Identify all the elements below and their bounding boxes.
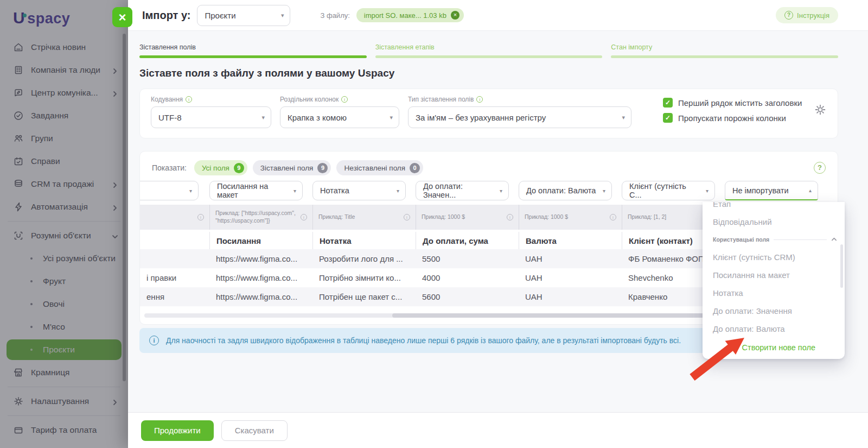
close-button[interactable]: × — [112, 7, 132, 27]
import-target-select[interactable]: Проєкти ▾ — [197, 5, 290, 26]
field-select-col6-open[interactable]: Не імпортувати▴ — [725, 181, 818, 200]
field-select-col4[interactable]: До оплати: Валюта▾ — [519, 181, 612, 200]
step-progress-bar — [611, 55, 838, 58]
info-icon: i — [186, 96, 192, 103]
step-progress-bar — [139, 55, 367, 58]
dropdown-item-stage[interactable]: Етап — [703, 202, 845, 213]
chevron-down-icon: ▾ — [390, 114, 393, 121]
column-mapping-row: ▾ Посилання на макет▾ Нотатка▾ До оплати… — [140, 181, 838, 200]
info-icon: i — [476, 96, 483, 103]
remove-file-icon[interactable]: × — [451, 11, 459, 20]
import-steps: Зіставлення полів Зіставлення етапів Ста… — [139, 43, 838, 58]
field-select-col0[interactable]: ▾ — [139, 181, 199, 200]
question-icon: ? — [784, 11, 793, 20]
dropdown-item-payment-currency[interactable]: До оплати: Валюта — [703, 320, 845, 338]
encoding-select[interactable]: UTF-8 ▾ — [151, 106, 271, 128]
count-badge: 9 — [317, 163, 328, 173]
field-select-col5[interactable]: Клієнт (сутність С...▾ — [622, 181, 715, 200]
dropdown-group-custom-fields[interactable]: Користувацькі поля — [703, 231, 845, 248]
encoding-field: Кодуванняi UTF-8 ▾ — [151, 96, 271, 128]
file-chip-name: import SO. маке... 1.03 kb — [364, 11, 446, 20]
instruction-button[interactable]: ? Інструкція — [776, 7, 838, 23]
chevron-up-icon: ▴ — [809, 187, 812, 193]
dropdown-scrollbar[interactable] — [840, 244, 843, 288]
import-dialog: × Імпорт у: Проєкти ▾ З файлу: import SO… — [128, 0, 868, 448]
create-new-field-button[interactable]: + Створити нове поле — [703, 338, 845, 357]
file-label: З файлу: — [320, 11, 349, 20]
info-icon[interactable]: i — [301, 214, 307, 220]
section-subtitle: Зіставте поля з файлу з полями у вашому … — [139, 67, 394, 79]
chevron-up-icon — [831, 235, 837, 244]
screen: Uspacy Стрічка новин Компанія та люди Це… — [0, 0, 868, 448]
field-select-col1[interactable]: Посилання на макет▾ — [209, 181, 303, 200]
chevron-down-icon: ▾ — [603, 188, 605, 194]
match-type-select[interactable]: За ім'ям – без урахування регістру ▾ — [408, 106, 631, 128]
match-type-field: Тип зіставлення полівi За ім'ям – без ур… — [408, 96, 631, 128]
delimiter-field: Роздільник колонокi Крапка з комою ▾ — [280, 96, 399, 128]
show-label: Показати: — [152, 163, 187, 172]
delimiter-select[interactable]: Крапка з комою ▾ — [280, 106, 399, 128]
info-icon: i — [341, 96, 348, 103]
plus-icon: + — [732, 344, 738, 351]
field-select-col3[interactable]: До оплати: Значен...▾ — [416, 181, 509, 200]
field-dropdown-panel: Етап Відповідальний Користувацькі поля К… — [703, 202, 845, 359]
page-title: Імпорт у: — [142, 9, 190, 22]
filter-chip-unmapped-fields[interactable]: Незіставлені поля 0 — [336, 160, 423, 175]
dropdown-item-payment-value[interactable]: До оплати: Значення — [703, 302, 845, 320]
checkbox-first-row-headers[interactable]: ✓ Перший рядок містить заголовки — [663, 98, 802, 108]
cancel-button[interactable]: Скасувати — [221, 420, 288, 441]
import-settings-card: Кодуванняi UTF-8 ▾ Роздільник колонокi К… — [139, 89, 838, 138]
chevron-down-icon: ▾ — [500, 188, 502, 194]
dropdown-item-responsible[interactable]: Відповідальний — [703, 213, 845, 231]
step-field-mapping[interactable]: Зіставлення полів — [139, 43, 367, 58]
chevron-down-icon: ▾ — [281, 12, 284, 19]
gear-icon[interactable] — [814, 96, 827, 118]
modal-dim-overlay — [0, 0, 128, 448]
chevron-down-icon: ▾ — [293, 188, 296, 194]
checkbox-checked-icon: ✓ — [663, 98, 673, 108]
chevron-down-icon: ▾ — [189, 188, 192, 194]
dropdown-item-layout-link[interactable]: Посилання на макет — [703, 266, 845, 284]
chevron-down-icon: ▾ — [622, 114, 625, 121]
file-chip: import SO. маке... 1.03 kb × — [356, 8, 464, 22]
step-progress-bar — [375, 55, 603, 58]
count-badge: 9 — [234, 163, 244, 173]
help-icon[interactable]: ? — [814, 162, 826, 174]
checkbox-skip-empty-columns[interactable]: ✓ Пропускати порожні колонки — [663, 113, 802, 123]
field-select-col2[interactable]: Нотатка▾ — [312, 181, 406, 200]
continue-button[interactable]: Продовжити — [141, 420, 214, 441]
filter-chip-mapped-fields[interactable]: Зіставлені поля 9 — [253, 160, 331, 175]
info-icon: i — [149, 336, 159, 345]
step-stage-mapping[interactable]: Зіставлення етапів — [375, 43, 603, 58]
filter-row: Показати: Усі поля 9 Зіставлені поля 9 Н… — [140, 160, 838, 175]
step-import-status[interactable]: Стан імпорту — [611, 43, 838, 58]
info-icon[interactable]: i — [507, 214, 513, 220]
chevron-down-icon: ▾ — [261, 114, 265, 121]
count-badge: 0 — [410, 163, 420, 173]
info-icon[interactable]: i — [197, 214, 204, 220]
chevron-down-icon: ▾ — [397, 188, 399, 194]
checkbox-checked-icon: ✓ — [663, 113, 673, 123]
sidebar: Uspacy Стрічка новин Компанія та люди Це… — [0, 0, 128, 448]
import-target-value: Проєкти — [205, 11, 235, 20]
filter-chip-all-fields[interactable]: Усі поля 9 — [194, 160, 247, 175]
info-icon[interactable]: i — [404, 214, 410, 220]
dropdown-item-note[interactable]: Нотатка — [703, 284, 845, 302]
info-note-text: Для наочності та задля швидкого відображ… — [166, 336, 681, 345]
instruction-label: Інструкція — [797, 11, 829, 20]
dialog-footer: Продовжити Скасувати — [128, 412, 868, 448]
chevron-down-icon: ▾ — [706, 188, 709, 194]
dialog-header: Імпорт у: Проєкти ▾ З файлу: import SO. … — [128, 0, 868, 31]
info-icon[interactable]: i — [610, 214, 616, 220]
dropdown-item-client-crm[interactable]: Клієнт (сутність CRM) — [703, 248, 845, 266]
